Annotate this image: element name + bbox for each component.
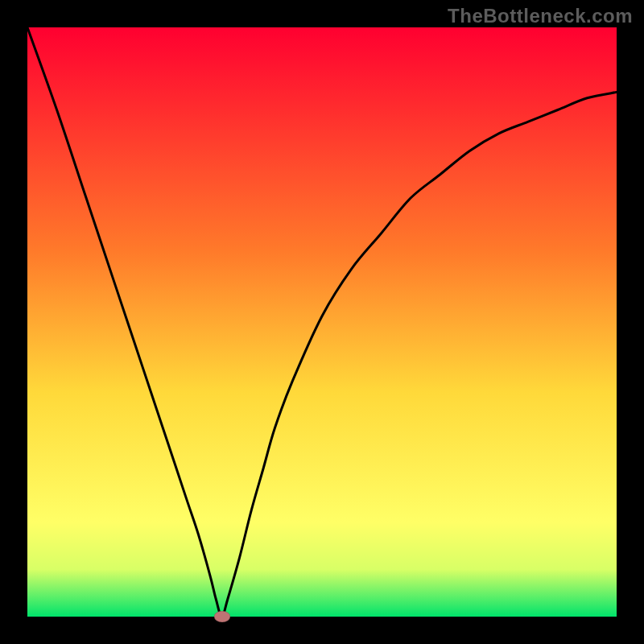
plot-area [27, 27, 617, 617]
watermark-text: TheBottleneck.com [448, 5, 633, 27]
bottleneck-chart [27, 27, 617, 617]
gradient-background [27, 27, 617, 617]
min-point-marker [214, 611, 230, 622]
chart-frame: TheBottleneck.com [0, 0, 644, 644]
